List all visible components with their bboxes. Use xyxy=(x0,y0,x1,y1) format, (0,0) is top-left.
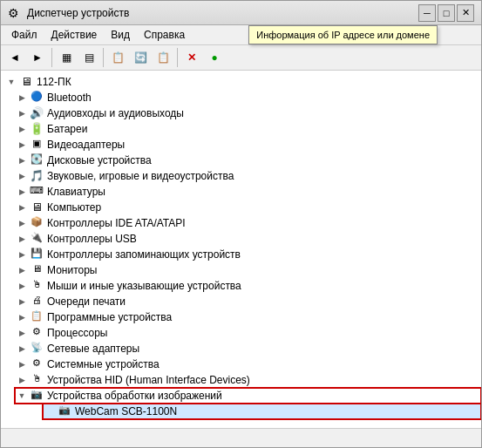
toolbar-separator-3 xyxy=(177,48,178,67)
monitors-label: Мониторы xyxy=(44,264,97,276)
print-label: Очереди печати xyxy=(44,295,126,308)
hid-label: Устройства HID (Human Interface Devices) xyxy=(44,374,250,386)
webcam-label: WebCam SCB-1100N xyxy=(72,405,177,417)
webcam-item[interactable]: 📷 WebCam SCB-1100N xyxy=(43,404,481,419)
audio-label: Аудиовходы и аудиовыходы xyxy=(44,107,184,119)
toolbar-separator-1 xyxy=(51,48,52,67)
storage-label: Контроллеры запоминающих устройств xyxy=(44,248,241,261)
window-icon: ⚙ xyxy=(8,6,22,20)
usb-item[interactable]: ▶ 🔌 Контроллеры USB xyxy=(15,231,481,247)
ideata-icon: 📦 xyxy=(29,216,44,230)
list-view-button[interactable]: ▤ xyxy=(78,47,99,68)
window-title: Диспетчер устройств xyxy=(27,7,418,19)
toolbar-separator-2 xyxy=(103,48,104,67)
keyboard-icon: ⌨ xyxy=(29,185,44,199)
close-button[interactable]: ✕ xyxy=(457,4,474,22)
computer-icon: 🖥 xyxy=(29,200,44,214)
software-expand: ▶ xyxy=(15,313,29,322)
audio-expand: ▶ xyxy=(15,109,29,118)
system-expand: ▶ xyxy=(15,360,29,369)
back-button[interactable]: ◄ xyxy=(4,47,25,68)
tree-view-button[interactable]: ▦ xyxy=(56,47,77,68)
imaging-expand: ▼ xyxy=(15,391,29,400)
network-label: Сетевые адаптеры xyxy=(44,343,139,355)
monitors-expand: ▶ xyxy=(15,266,29,275)
device-manager-window: ⚙ Диспетчер устройств Информация об IP а… xyxy=(0,0,482,448)
bluetooth-item[interactable]: ▶ 🔵 Bluetooth xyxy=(15,90,481,105)
storage-item[interactable]: ▶ 💾 Контроллеры запоминающих устройств xyxy=(15,247,481,262)
mice-item[interactable]: ▶ 🖱 Мыши и иные указывающие устройства xyxy=(15,278,481,294)
audio-item[interactable]: ▶ 🔊 Аудиовходы и аудиовыходы xyxy=(15,105,481,121)
batteries-item[interactable]: ▶ 🔋 Батареи xyxy=(15,121,481,137)
network-icon: 📡 xyxy=(29,342,44,356)
mice-icon: 🖱 xyxy=(29,279,44,293)
hid-item[interactable]: ▶ 🖱 Устройства HID (Human Interface Devi… xyxy=(15,372,481,388)
root-label: 112-ПК xyxy=(34,76,71,88)
menu-action[interactable]: Действие xyxy=(44,27,105,43)
add-button[interactable]: ● xyxy=(204,47,225,68)
bluetooth-icon: 🔵 xyxy=(29,91,44,105)
display-item[interactable]: ▶ ▣ Видеоадаптеры xyxy=(15,137,481,153)
tooltip-bubble: Информация об IP адресе или домене xyxy=(248,25,438,44)
processors-expand: ▶ xyxy=(15,329,29,337)
keyboard-label: Клавиатуры xyxy=(44,186,105,198)
ideata-item[interactable]: ▶ 📦 Контроллеры IDE ATA/ATAPI xyxy=(15,215,481,231)
menu-help[interactable]: Справка xyxy=(137,27,192,43)
root-expand-icon: ▼ xyxy=(4,78,18,86)
print-icon: 🖨 xyxy=(29,295,44,309)
keyboard-item[interactable]: ▶ ⌨ Клавиатуры xyxy=(15,184,481,200)
storage-icon: 💾 xyxy=(29,248,44,261)
disk-icon: 💽 xyxy=(29,153,44,167)
delete-button[interactable]: ✕ xyxy=(181,47,202,68)
software-icon: 📋 xyxy=(29,310,44,324)
minimize-button[interactable]: ─ xyxy=(418,4,436,22)
computer-item[interactable]: ▶ 🖥 Компьютер xyxy=(15,200,481,215)
display-label: Видеоадаптеры xyxy=(44,139,125,151)
title-bar: ⚙ Диспетчер устройств Информация об IP а… xyxy=(1,1,481,25)
properties-button[interactable]: 📋 xyxy=(107,47,128,68)
device-tree[interactable]: ▼ 🖥 112-ПК ▶ 🔵 Bluetooth ▶ 🔊 Аудиовходы … xyxy=(1,71,481,428)
forward-button[interactable]: ► xyxy=(27,47,48,68)
status-bar xyxy=(1,428,481,447)
batteries-expand: ▶ xyxy=(15,125,29,133)
webcam-icon: 📷 xyxy=(57,404,72,418)
computer-label: Компьютер xyxy=(44,201,101,214)
hid-expand: ▶ xyxy=(15,376,29,384)
disk-item[interactable]: ▶ 💽 Дисковые устройства xyxy=(15,153,481,168)
network-expand: ▶ xyxy=(15,344,29,353)
hid-icon: 🖱 xyxy=(29,373,44,387)
ideata-label: Контроллеры IDE ATA/ATAPI xyxy=(44,217,186,229)
software-label: Программные устройства xyxy=(44,311,172,323)
storage-expand: ▶ xyxy=(15,250,29,259)
sound-item[interactable]: ▶ 🎵 Звуковые, игровые и видеоустройства xyxy=(15,168,481,184)
processors-icon: ⚙ xyxy=(29,326,44,340)
sound-expand: ▶ xyxy=(15,172,29,180)
monitors-item[interactable]: ▶ 🖥 Мониторы xyxy=(15,262,481,278)
audio-icon: 🔊 xyxy=(29,106,44,120)
display-expand: ▶ xyxy=(15,140,29,149)
software-item[interactable]: ▶ 📋 Программные устройства xyxy=(15,309,481,325)
imaging-icon: 📷 xyxy=(29,389,44,403)
tree-root[interactable]: ▼ 🖥 112-ПК xyxy=(1,74,481,90)
system-icon: ⚙ xyxy=(29,357,44,371)
maximize-button[interactable]: □ xyxy=(438,4,455,22)
sound-label: Звуковые, игровые и видеоустройства xyxy=(44,170,234,182)
batteries-label: Батареи xyxy=(44,123,87,135)
root-icon: 🖥 xyxy=(18,75,34,89)
title-bar-controls: ─ □ ✕ xyxy=(418,4,474,22)
display-icon: ▣ xyxy=(29,138,44,152)
bluetooth-expand: ▶ xyxy=(15,93,29,102)
batteries-icon: 🔋 xyxy=(29,122,44,136)
ideata-expand: ▶ xyxy=(15,219,29,227)
system-item[interactable]: ▶ ⚙ Системные устройства xyxy=(15,356,481,372)
monitors-icon: 🖥 xyxy=(29,263,44,277)
system-label: Системные устройства xyxy=(44,358,160,370)
print-item[interactable]: ▶ 🖨 Очереди печати xyxy=(15,294,481,309)
network-item[interactable]: ▶ 📡 Сетевые адаптеры xyxy=(15,341,481,356)
menu-file[interactable]: Файл xyxy=(4,27,44,43)
processors-item[interactable]: ▶ ⚙ Процессоры xyxy=(15,325,481,341)
update-button[interactable]: 🔄 xyxy=(130,47,151,68)
menu-view[interactable]: Вид xyxy=(104,27,137,43)
imaging-item[interactable]: ▼ 📷 Устройства обработки изображений xyxy=(15,388,481,404)
scan-button[interactable]: 📋 xyxy=(153,47,173,68)
